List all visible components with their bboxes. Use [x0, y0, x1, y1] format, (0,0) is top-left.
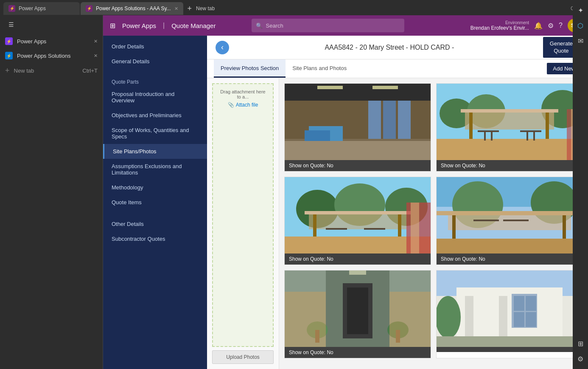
- sidebar-solutions-pin: ✕: [94, 53, 98, 59]
- photo-image-4: [437, 177, 582, 254]
- tab-power-apps-solutions[interactable]: ⚡ Power Apps Solutions - AAA Sy... ✕: [81, 2, 183, 15]
- page-title: AAA5842 - 20 Mary Street - HOLD CARD -: [236, 44, 543, 51]
- photo-label-6: [437, 347, 582, 352]
- browser-edge-icons: ✦ ⬡ ✉ ⊞ ⚙: [573, 15, 588, 369]
- photo-card-2[interactable]: Show on Quote: No: [436, 83, 583, 172]
- photo-label-3: Show on Quote: No: [285, 254, 431, 265]
- paperclip-icon: 📎: [228, 102, 234, 108]
- svg-rect-16: [461, 109, 558, 113]
- nav-item-proposal-intro[interactable]: Proposal Introduction and Overview: [103, 87, 207, 108]
- tab-power-apps[interactable]: ⚡ Power Apps: [3, 2, 80, 15]
- tab-preview-photos[interactable]: Preview Photos Section: [214, 59, 286, 78]
- svg-rect-47: [448, 215, 571, 230]
- nav-label-assumptions: Assumptions Exclusions and Limitations: [112, 163, 199, 176]
- new-tab-button[interactable]: +: [184, 4, 196, 13]
- sidebar-item-pin: ✕: [94, 39, 98, 44]
- svg-rect-34: [309, 214, 406, 229]
- browser-sidebar: ☰ ⚡ Power Apps ✕ ⚡ Power Apps Solutions …: [0, 15, 103, 369]
- nav-item-site-plans[interactable]: Site Plans/Photos: [103, 144, 207, 159]
- svg-rect-50: [437, 239, 582, 254]
- tab-site-plans-photos[interactable]: Site Plans and Photos: [286, 59, 353, 78]
- nav-label-quote-items: Quote Items: [112, 199, 142, 206]
- search-bar[interactable]: 🔍 Search: [252, 19, 404, 32]
- svg-rect-70: [514, 296, 524, 311]
- svg-rect-64: [349, 270, 366, 275]
- photos-grid: Show on Quote: No: [279, 78, 588, 369]
- drag-drop-area[interactable]: Drag attachment here to a... 📎 Attach fi…: [212, 83, 274, 347]
- photo-image-2: [437, 84, 582, 160]
- nav-item-objectives[interactable]: Objectives and Preliminaries: [103, 108, 207, 123]
- powerapps-area: ⊞ Power Apps | Quote Manager 🔍 Search En…: [103, 15, 588, 369]
- nav-label-order-details: Order Details: [112, 43, 144, 50]
- settings-icon[interactable]: ⚙: [548, 22, 554, 30]
- photo-label-5: Show on Quote: No: [285, 347, 431, 358]
- new-tab-label: New tab: [196, 6, 215, 11]
- svg-rect-25: [526, 132, 528, 141]
- attach-file-link[interactable]: 📎 Attach file: [228, 102, 258, 108]
- svg-rect-20: [437, 139, 582, 160]
- header-separator: |: [163, 22, 165, 29]
- photo-image-1: [285, 84, 431, 160]
- svg-rect-41: [364, 228, 385, 230]
- tab-close-icon[interactable]: ✕: [174, 6, 178, 11]
- new-tab-sidebar-label: New tab: [14, 68, 34, 74]
- tab-site-plans-label: Site Plans and Photos: [292, 65, 347, 71]
- help-icon[interactable]: ?: [559, 22, 563, 29]
- sidebar-new-tab[interactable]: + New tab Ctrl+T: [0, 63, 103, 79]
- edge-mail-icon[interactable]: ✉: [574, 34, 587, 48]
- svg-rect-4: [368, 101, 381, 139]
- header-right: Environment Brendan Erofeev's Envir... 🔔…: [470, 19, 581, 32]
- sidebar-item-power-apps[interactable]: ⚡ Power Apps ✕: [0, 34, 103, 48]
- power-apps-icon: ⚡: [8, 5, 15, 12]
- pa-content: Order Details General Details Quote Part…: [103, 36, 588, 369]
- photo-card-6[interactable]: [436, 270, 583, 358]
- nav-label-scope: Scope of Works, Quantities and Specs: [112, 127, 199, 140]
- photo-card-5[interactable]: Show on Quote: No: [284, 270, 431, 358]
- nav-section-quote-parts: Quote Parts Proposal Introduction and Ov…: [103, 72, 207, 213]
- photo-card-1[interactable]: Show on Quote: No: [284, 83, 431, 172]
- tab-preview-photos-label: Preview Photos Section: [221, 65, 279, 71]
- svg-rect-22: [484, 132, 486, 141]
- nav-item-quote-items[interactable]: Quote Items: [103, 195, 207, 210]
- sidebar-toggle[interactable]: ☰: [5, 19, 17, 31]
- nav-item-methodology[interactable]: Methodology: [103, 180, 207, 195]
- nav-label-subcontractor: Subcontractor Quotes: [112, 236, 165, 242]
- nav-label-site-plans: Site Plans/Photos: [113, 148, 157, 155]
- svg-rect-57: [347, 287, 368, 334]
- upload-photos-button[interactable]: Upload Photos: [212, 350, 274, 364]
- nav-item-general-details[interactable]: General Details: [103, 54, 207, 69]
- edge-sidebar-icon[interactable]: ⬡: [574, 19, 587, 32]
- edge-copilot-icon[interactable]: ✦: [574, 15, 587, 17]
- edge-settings-icon[interactable]: ⚙: [574, 352, 587, 366]
- nav-item-other-details[interactable]: Other Details: [103, 217, 207, 231]
- nav-item-order-details[interactable]: Order Details: [103, 39, 207, 54]
- sidebar-item-solutions[interactable]: ⚡ Power Apps Solutions ✕: [0, 48, 103, 63]
- notification-icon[interactable]: 🔔: [534, 22, 543, 30]
- photo-label-2: Show on Quote: No: [437, 160, 582, 171]
- svg-rect-71: [526, 296, 536, 311]
- search-icon: 🔍: [256, 23, 263, 29]
- nav-section-quote-parts-label: Quote Parts: [103, 76, 207, 87]
- photo-card-4[interactable]: Show on Quote: No: [436, 177, 583, 265]
- nav-item-assumptions[interactable]: Assumptions Exclusions and Limitations: [103, 159, 207, 180]
- nav-item-subcontractor[interactable]: Subcontractor Quotes: [103, 231, 207, 246]
- svg-rect-62: [285, 292, 326, 347]
- svg-rect-5: [383, 101, 396, 139]
- app-title: Power Apps: [122, 22, 156, 29]
- photo-image-5: [285, 270, 431, 347]
- nav-item-scope[interactable]: Scope of Works, Quantities and Specs: [103, 123, 207, 144]
- svg-rect-39: [411, 203, 419, 254]
- grid-icon[interactable]: ⊞: [110, 22, 115, 30]
- svg-rect-23: [491, 132, 493, 141]
- add-icon: +: [5, 66, 10, 75]
- photo-card-3[interactable]: Show on Quote: No: [284, 177, 431, 265]
- svg-rect-21: [478, 130, 499, 132]
- edge-expand-icon[interactable]: ⊞: [574, 337, 587, 350]
- new-tab-sidebar-shortcut: Ctrl+T: [82, 68, 98, 74]
- back-button[interactable]: ‹: [216, 41, 229, 54]
- drag-text: Drag attachment here to a...: [218, 89, 268, 99]
- svg-rect-2: [317, 86, 343, 89]
- svg-rect-46: [437, 211, 582, 215]
- nav-label-other-details: Other Details: [112, 221, 144, 227]
- search-placeholder: Search: [266, 23, 283, 29]
